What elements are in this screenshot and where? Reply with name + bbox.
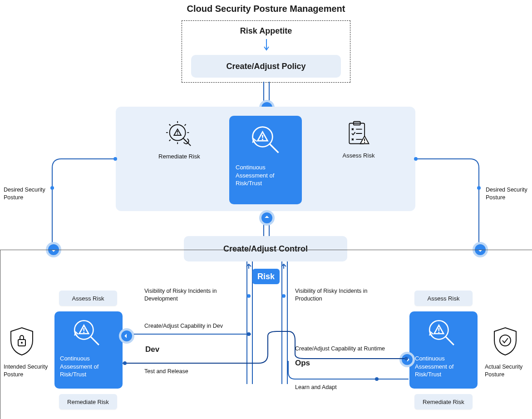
ops-assess-box: Assess Risk [414,291,473,306]
intended-posture-label: Intended Security Posture [4,363,49,379]
risk-appetite-container: Risk Appetite Create/Adjust Policy [182,20,350,83]
svg-point-1 [177,133,178,134]
dot [113,157,117,161]
continuous-assessment-label: Continuous Assessment of Risk/Trust [236,163,295,187]
svg-point-15 [247,332,251,336]
actual-posture-label: Actual Security Posture [485,363,530,379]
path-desired-left [52,159,120,250]
dev-continuous-label: Continuous Assessment of Risk/Trust [60,355,117,379]
ops-continuous-label: Continuous Assessment of Risk/Trust [415,355,472,379]
path-desired-right [415,159,483,250]
dev-continuous-box: Continuous Assessment of Risk/Trust [54,311,123,389]
risk-appetite-label: Risk Appetite [182,26,350,36]
visibility-dev-label: Visibility of Risky Incidents in Develop… [144,287,235,303]
svg-point-16 [404,357,408,360]
ops-remediate-box: Remediate Risk [414,394,473,409]
magnifier-alert-icon [250,124,281,158]
clipboard-alert-icon [345,119,372,148]
assess-risk-block: Assess Risk [329,119,388,159]
dot [414,157,418,161]
svg-point-8 [83,331,84,333]
magnifier-alert-icon [427,318,457,350]
central-panel: Remediate Risk Continuous Assessment of … [116,107,415,211]
arrow-node-up-1 [259,210,275,226]
dev-remediate-box: Remediate Risk [59,394,117,409]
continuous-assessment-box: Continuous Assessment of Risk/Trust [229,116,302,204]
svg-point-3 [262,138,263,140]
desired-right-label: Desired Security Posture [486,186,531,202]
svg-point-14 [123,361,127,365]
assess-risk-label: Assess Risk [343,152,375,159]
diagram-canvas: Cloud Security Posture Management Risk A… [0,0,532,419]
dot [477,186,481,190]
svg-point-13 [500,335,511,346]
arrow-down-small-icon [264,39,269,53]
visibility-prod-label: Visibility of Risky Incidents in Product… [295,287,386,303]
svg-point-10 [438,331,439,333]
create-adjust-policy-box: Create/Adjust Policy [191,55,341,78]
diagram-title: Cloud Security Posture Management [0,4,532,14]
shield-lock-icon [9,327,34,358]
remediate-risk-label: Remediate Risk [158,153,200,160]
cap-dev-label: Create/Adjust Capability in Dev [144,322,223,330]
dot [50,186,54,190]
ops-continuous-box: Continuous Assessment of Risk/Trust [409,311,478,389]
flow-paths [123,331,418,386]
svg-point-6 [364,142,365,143]
dev-assess-box: Assess Risk [59,291,117,306]
magnifier-alert-icon [72,318,102,350]
remediate-risk-block: Remediate Risk [150,120,209,160]
svg-point-17 [375,377,379,381]
svg-point-12 [21,342,23,344]
desired-left-label: Desired Security Posture [4,186,49,202]
shield-check-icon [493,327,518,358]
gear-wrench-icon [165,120,193,148]
